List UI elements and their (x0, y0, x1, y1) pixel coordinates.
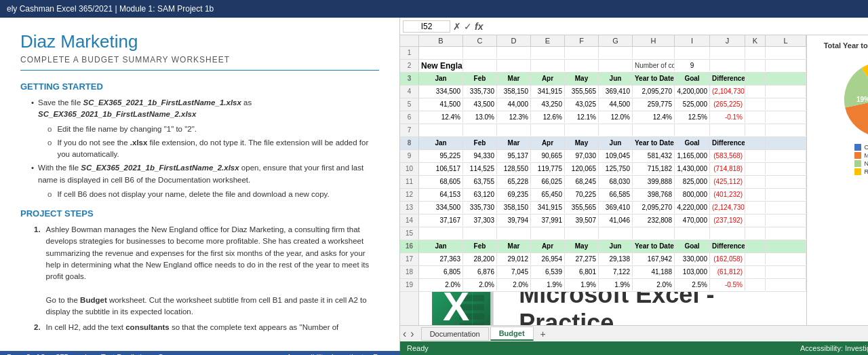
formula-fx-icon[interactable]: fx (475, 21, 483, 32)
add-sheet-button[interactable]: + (535, 326, 551, 341)
column-headers: B C D E F G H I J K L (400, 35, 806, 47)
doc-title: Diaz Marketing (20, 31, 379, 52)
formula-confirm-icon[interactable]: ✓ (464, 21, 472, 32)
table-row: 2 New England Number of consultants 9 (400, 60, 806, 73)
svg-text:X: X (443, 292, 469, 325)
sub-bullet-2a: If cell B6 does not display your name, d… (47, 189, 379, 200)
legend-label-ma: Massachusetts (864, 152, 868, 159)
pie-chart: 19% 28% 19% 34% (837, 56, 869, 144)
tab-documentation[interactable]: Documentation (421, 327, 489, 341)
table-row: 5 41,500 43,500 44,000 43,250 43,025 44,… (400, 98, 806, 111)
col-header-d: D (497, 35, 531, 46)
formula-input[interactable] (486, 22, 868, 31)
doc-subtitle: COMPLETE A BUDGET SUMMARY WORKSHEET (20, 55, 379, 71)
bullet-2: With the file SC_EX365_2021_1b_FirstLast… (31, 162, 379, 186)
word-status-bar: Page 3 of 3 875 words Text Predictions: … (0, 351, 400, 355)
chart-title: Total Year to Date Sales by State (824, 41, 868, 50)
col-header-b: B (419, 35, 463, 46)
table-row: 13 334,500 335,730 358,150 341,915 355,5… (400, 202, 806, 214)
col-header-j: J (710, 35, 745, 46)
grid: 1 2 (400, 47, 806, 325)
table-row: 14 37,167 37,303 39,794 37,991 39,507 41… (400, 214, 806, 227)
step-1: 1. Ashley Bowman manages the New England… (34, 224, 379, 318)
excel-practice-label: Microsoft Excel - Practice (519, 292, 714, 325)
project-steps-header: PROJECT STEPS (20, 208, 379, 219)
top-bar: ely Cashman Excel 365/2021 | Module 1: S… (0, 0, 868, 18)
legend-label-ri: Rhode Island (864, 168, 868, 175)
col-header-i: I (675, 35, 710, 46)
excel-icon-area: X Microsoft Excel - Practice (419, 292, 806, 325)
col-header-k: K (745, 35, 766, 46)
svg-rect-7 (472, 292, 473, 325)
table-row: 6 12.4% 13.0% 12.3% 12.6% 12.1% 12.0% 12… (400, 111, 806, 124)
table-row: 11 68,605 63,755 65,228 66,025 68,245 68… (400, 176, 806, 189)
formula-bar: I52 ✗ ✓ fx (400, 18, 868, 35)
excel-ready-status: Ready (407, 344, 429, 352)
legend-item-ri: Rhode Island (854, 168, 868, 175)
legend-item-ct: Connecticut (854, 144, 868, 151)
legend-item-nh: New Hampshire (854, 160, 868, 167)
excel-app-icon: X (426, 292, 502, 325)
col-header-e: E (531, 35, 565, 46)
formula-cancel-icon[interactable]: ✗ (453, 21, 461, 32)
legend-label-nh: New Hampshire (864, 160, 868, 167)
tab-budget[interactable]: Budget (490, 326, 534, 341)
table-row: 1 (400, 47, 806, 60)
col-header-l: L (766, 35, 806, 46)
legend-color-ma (854, 152, 861, 159)
table-row: 16 Jan Feb Mar Apr May Jun Year to Date … (400, 240, 806, 253)
table-row: 19 2.0% 2.0% 2.0% 1.9% 1.9% 1.9% 2.0% 2.… (400, 279, 806, 292)
sheet-nav-right[interactable]: › (410, 328, 414, 340)
legend-label-ct: Connecticut (864, 144, 868, 151)
step-2: 2. In cell H2, add the text consultants … (34, 322, 379, 333)
formula-icons: ✗ ✓ fx (453, 21, 483, 32)
table-row: 7 (400, 124, 806, 137)
table-row: 12 64,153 63,120 69,235 65,450 70,225 66… (400, 189, 806, 202)
table-row: 15 (400, 227, 806, 240)
col-header-h: H (633, 35, 675, 46)
sheet-tabs: ‹ › Documentation Budget + (400, 325, 868, 341)
table-row: 8 Jan Feb Mar Apr May Jun Year to Date G… (400, 137, 806, 150)
chart-panel: Total Year to Date Sales by State (806, 35, 868, 325)
row-num-header (400, 35, 419, 46)
excel-accessibility: Accessibility: Investigate (800, 344, 868, 352)
col-header-g: G (599, 35, 633, 46)
word-document-panel: Diaz Marketing COMPLETE A BUDGET SUMMARY… (0, 18, 400, 351)
chart-legend: Connecticut Massachusetts New Hampshire … (854, 144, 868, 176)
svg-text:19%: 19% (856, 96, 869, 103)
bullet-1: Save the file SC_EX365_2021_1b_FirstLast… (31, 97, 379, 121)
col-header-f: F (565, 35, 599, 46)
lower-area: X Microsoft Excel - Practice (400, 292, 806, 325)
cell-reference-box[interactable]: I52 (403, 20, 450, 33)
legend-color-nh (854, 160, 861, 167)
legend-color-ct (854, 144, 861, 151)
legend-item-ma: Massachusetts (854, 152, 868, 159)
excel-status-bar: Ready Accessibility: Investigate ◫ ◬ ◭ —… (400, 341, 868, 355)
table-row: 3 Jan Feb Mar Apr May Jun Year to Date G… (400, 73, 806, 86)
sub-bullet-1a: Edit the file name by changing "1" to "2… (47, 124, 379, 135)
getting-started-header: GETTING STARTED (20, 81, 379, 92)
table-row: 17 27,363 28,200 29,012 26,954 27,275 29… (400, 253, 806, 266)
table-row: 18 6,805 6,876 7,045 6,539 6,801 7,122 4… (400, 266, 806, 279)
legend-color-ri (854, 168, 861, 175)
excel-panel: I52 ✗ ✓ fx B C D E F G H (400, 18, 868, 355)
table-row: 4 334,500 335,730 358,150 341,915 355,56… (400, 86, 806, 98)
spreadsheet: B C D E F G H I J K L 1 (400, 35, 806, 325)
table-row: 10 106,517 114,525 128,550 119,775 120,0… (400, 163, 806, 176)
table-row: 9 95,225 94,330 95,137 90,665 97,030 109… (400, 150, 806, 163)
sub-bullet-1b: If you do not see the .xlsx file extensi… (47, 137, 379, 161)
top-bar-label: ely Cashman Excel 365/2021 | Module 1: S… (7, 4, 214, 14)
sheet-nav-left[interactable]: ‹ (403, 328, 406, 340)
col-header-c: C (463, 35, 497, 46)
